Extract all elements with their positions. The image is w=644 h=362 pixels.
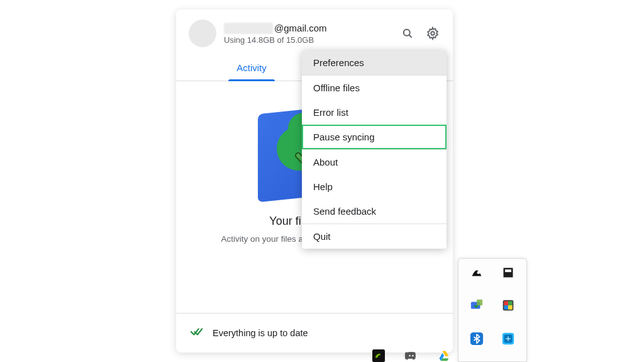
search-icon[interactable] [400, 26, 415, 41]
menu-help[interactable]: Help [302, 174, 447, 199]
svg-rect-16 [372, 349, 385, 362]
gear-icon[interactable] [425, 26, 440, 41]
user-avatar[interactable] [189, 20, 216, 47]
svg-rect-11 [504, 305, 508, 310]
tab-activity[interactable]: Activity [189, 55, 314, 81]
tray-app-icon[interactable] [501, 265, 516, 280]
tray-app-icon[interactable] [501, 298, 516, 313]
svg-point-0 [404, 30, 410, 36]
system-tray-popup [458, 258, 527, 362]
menu-pause-syncing[interactable]: Pause syncing [302, 125, 447, 149]
tray-app-icon[interactable] [501, 331, 516, 346]
svg-point-17 [409, 355, 411, 357]
svg-point-3 [477, 271, 480, 274]
menu-send-feedback[interactable]: Send feedback [302, 199, 447, 223]
email-redacted [224, 23, 273, 34]
taskbar-row [371, 349, 452, 362]
menu-offline-files[interactable]: Offline files [302, 76, 447, 100]
settings-menu: Preferences Offline files Error list Pau… [302, 50, 447, 249]
storage-usage: Using 14.8GB of 15.0GB [224, 35, 392, 45]
sync-status-text: Everything is up to date [213, 328, 308, 338]
svg-rect-5 [505, 269, 511, 272]
nvidia-icon[interactable] [371, 349, 386, 362]
svg-rect-9 [504, 302, 508, 306]
google-drive-icon[interactable] [436, 349, 452, 362]
account-info: @gmail.com Using 14.8GB of 15.0GB [224, 23, 392, 45]
svg-rect-4 [504, 268, 513, 278]
menu-about[interactable]: About [302, 150, 447, 174]
header-actions [400, 26, 440, 41]
svg-point-18 [412, 355, 414, 357]
panel-header: @gmail.com Using 14.8GB of 15.0GB [176, 9, 453, 52]
discord-icon[interactable] [404, 349, 419, 362]
svg-rect-10 [508, 302, 513, 306]
bluetooth-icon[interactable] [469, 331, 484, 346]
svg-rect-12 [508, 305, 513, 310]
sync-complete-icon [190, 325, 204, 341]
menu-preferences[interactable]: Preferences [302, 50, 447, 75]
tray-app-icon[interactable] [469, 265, 484, 280]
email-row: @gmail.com [224, 23, 392, 34]
svg-rect-7 [477, 300, 482, 305]
svg-point-2 [431, 31, 435, 35]
email-domain: @gmail.com [274, 23, 327, 33]
menu-quit[interactable]: Quit [302, 224, 447, 249]
panel-footer: Everything is up to date [176, 313, 453, 353]
svg-line-1 [409, 35, 412, 38]
tray-app-icon[interactable] [469, 298, 484, 313]
menu-error-list[interactable]: Error list [302, 100, 447, 125]
